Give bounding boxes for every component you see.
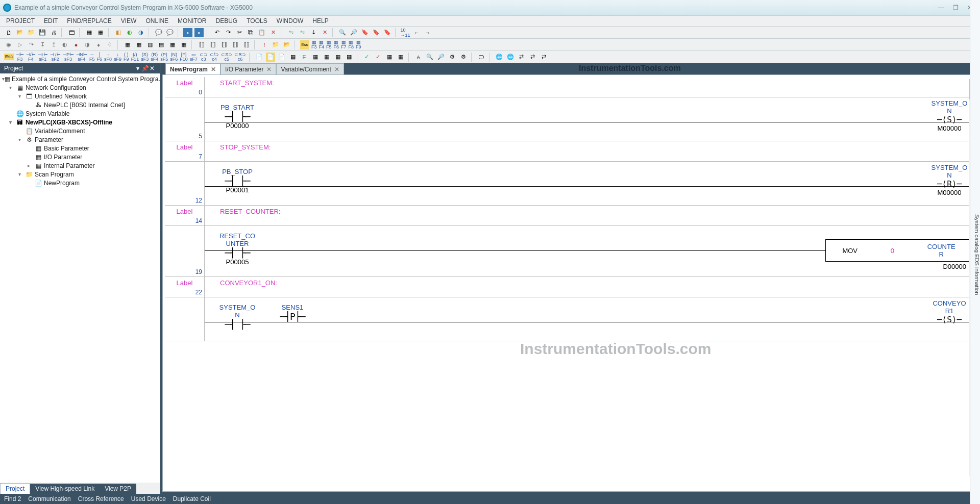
t3-sf8[interactable]: →sF8 (104, 53, 112, 62)
copy-icon[interactable]: ⿻ (246, 28, 255, 37)
t3-sf3[interactable]: ⊣P⊢sF3 (63, 53, 74, 62)
tree-system-variable[interactable]: 🌐System Variable (0, 109, 160, 118)
linkdel-icon[interactable]: ✕ (320, 28, 329, 37)
open-icon[interactable]: 📂 (15, 28, 24, 37)
tree-network-config[interactable]: ▾▦Network Configuration (0, 83, 160, 92)
b4-icon[interactable]: ⟦⟧ (231, 40, 240, 49)
tree-root[interactable]: ▾▦Example of a simple Conveyor Control S… (0, 74, 160, 83)
bp2-icon[interactable]: ◑ (83, 40, 92, 49)
folder-icon[interactable]: 📁 (271, 40, 280, 49)
t3-f3[interactable]: ⊣⊢F3 (16, 53, 24, 62)
menu-edit[interactable]: EDIT (44, 17, 58, 24)
f7-label[interactable]: ▦F7 (341, 40, 347, 49)
t3-c3[interactable]: ⊂⊃c3 (200, 53, 208, 62)
grid2-icon[interactable]: ▦ (134, 40, 143, 49)
tree-basic-parameter[interactable]: ▦Basic Parameter (0, 144, 160, 153)
f8-label[interactable]: ▦F8 (349, 40, 354, 49)
t3-esc[interactable]: Esc (4, 54, 14, 60)
status-useddevice[interactable]: Used Device (131, 495, 166, 502)
globe1-icon[interactable]: 🌐 (495, 53, 504, 62)
bp3-icon[interactable]: ♦ (94, 40, 103, 49)
t3-sf5[interactable]: (P)sF5 (160, 53, 168, 62)
t3-sf9[interactable]: ↓sF9 (114, 53, 121, 62)
close-icon[interactable]: ✕ (211, 66, 216, 73)
globe2-icon[interactable]: 🌐 (506, 53, 515, 62)
status-communication[interactable]: Communication (28, 495, 70, 502)
check1-icon[interactable]: ✓ (362, 53, 372, 62)
tab-ioparameter[interactable]: I/O Parameter✕ (220, 63, 276, 74)
ladder-rung[interactable]: Label14RESET_COUNTER: (165, 206, 975, 226)
bookmark2-icon[interactable]: 🔖 (372, 28, 381, 37)
status-crossref[interactable]: Cross Reference (78, 495, 124, 502)
t3-f9[interactable]: ( )F9 (124, 53, 129, 62)
zoomout-icon[interactable]: 🔎 (436, 53, 446, 62)
view2-icon[interactable]: 📄 (266, 53, 275, 62)
project-tree[interactable]: ▾▦Example of a simple Conveyor Control S… (0, 73, 160, 483)
ladder-rung[interactable]: Label22CONVEYOR1_ON: (165, 277, 975, 297)
view5-icon[interactable]: F (300, 53, 309, 62)
check4-icon[interactable]: ▦ (396, 53, 405, 62)
t3-f6[interactable]: │F6 (97, 53, 103, 62)
panel-pin-icon[interactable]: 📌 (141, 65, 149, 72)
ladder-rung[interactable]: 5PB_START─┤ ├─P00000SYSTEM_O N─⟨S⟩─M0000… (165, 97, 975, 141)
settings-icon[interactable]: ⚙ (448, 53, 457, 62)
close-icon[interactable]: ✕ (266, 66, 272, 73)
check3-icon[interactable]: ▦ (385, 53, 394, 62)
settings2-icon[interactable]: ⚙ (459, 53, 468, 62)
menu-project[interactable]: PROJECT (6, 17, 35, 24)
stop-icon[interactable]: ◑ (136, 28, 145, 37)
tree-io-parameter[interactable]: ▦I/O Parameter (0, 153, 160, 161)
view6-icon[interactable]: ▦ (311, 53, 320, 62)
menu-help[interactable]: HELP (312, 17, 328, 24)
next-icon[interactable]: → (423, 28, 432, 37)
ladder-rung[interactable]: Label0START_SYSTEM: (165, 77, 975, 97)
f5-label[interactable]: ▦F5 (326, 40, 332, 49)
net1-icon[interactable]: ⇄ (517, 53, 526, 62)
t3-c6[interactable]: ⊂R⊃c6 (234, 53, 246, 62)
block-icon[interactable]: ▪ (183, 28, 192, 37)
module-icon[interactable]: ▦ (85, 28, 94, 37)
panel-dropdown-icon[interactable]: ▾ (134, 65, 141, 72)
t3-f4[interactable]: ⊣/⊢F4 (26, 53, 36, 62)
folder2-icon[interactable]: 📂 (282, 40, 291, 49)
menu-debug[interactable]: DEBUG (216, 17, 238, 24)
net2-icon[interactable]: ⇄ (528, 53, 537, 62)
grid3-icon[interactable]: ▥ (145, 40, 155, 49)
new-icon[interactable]: 🗋 (4, 28, 13, 37)
status-duplicatecoil[interactable]: Duplicate Coil (173, 495, 211, 502)
view1-icon[interactable]: 📄 (255, 53, 264, 62)
connect-icon[interactable]: ◧ (114, 28, 123, 37)
excl-icon[interactable]: ! (260, 40, 269, 49)
close-icon[interactable]: ✕ (334, 66, 339, 73)
break-icon[interactable]: ◐ (60, 40, 69, 49)
esc-icon[interactable]: Esc (300, 40, 309, 49)
linkdown-icon[interactable]: ⇣ (309, 28, 318, 37)
step10-icon[interactable]: 10→11 (401, 28, 410, 37)
menu-online[interactable]: ONLINE (145, 17, 168, 24)
stepover-icon[interactable]: ↷ (27, 40, 36, 49)
undo-icon[interactable]: ↶ (212, 28, 222, 37)
t3-f11[interactable]: (/)F11 (131, 53, 139, 62)
view9-icon[interactable]: ▦ (345, 53, 354, 62)
minimize-button[interactable]: — (934, 4, 948, 11)
b5-icon[interactable]: ⟦⟧ (242, 40, 251, 49)
cut-icon[interactable]: ✂ (235, 28, 244, 37)
grid1-icon[interactable]: ▦ (123, 40, 132, 49)
ladder-editor[interactable]: Label0START_SYSTEM:5PB_START─┤ ├─P00000S… (162, 74, 978, 492)
f3-label[interactable]: ▦F3 (311, 40, 317, 49)
tree-parameter[interactable]: ▾⚙Parameter (0, 135, 160, 144)
ladder-rung[interactable]: Label7STOP_SYSTEM: (165, 141, 975, 162)
tree-newplc[interactable]: ▾🖬NewPLC(XGB-XBCXS)-Offline (0, 118, 160, 127)
panel-tab-p2p[interactable]: View P2P (100, 484, 136, 494)
menu-window[interactable]: WINDOW (277, 17, 304, 24)
block2-icon[interactable]: ▪ (194, 28, 204, 37)
ladder-rung[interactable]: SYSTEM_O N─┤ ├─SENS1─┤P├─CONVEYO R1─⟨S⟩─ (165, 297, 975, 341)
b3-icon[interactable]: ⟦⟧ (219, 40, 229, 49)
prev-icon[interactable]: ← (412, 28, 421, 37)
menu-findreplace[interactable]: FIND/REPLACE (67, 17, 111, 24)
paste-icon[interactable]: 📋 (257, 28, 266, 37)
status-find[interactable]: Find 2 (4, 495, 21, 502)
comment2-icon[interactable]: 💬 (165, 28, 175, 37)
grid4-icon[interactable]: ▤ (157, 40, 166, 49)
findnext-icon[interactable]: 🔎 (349, 28, 358, 37)
